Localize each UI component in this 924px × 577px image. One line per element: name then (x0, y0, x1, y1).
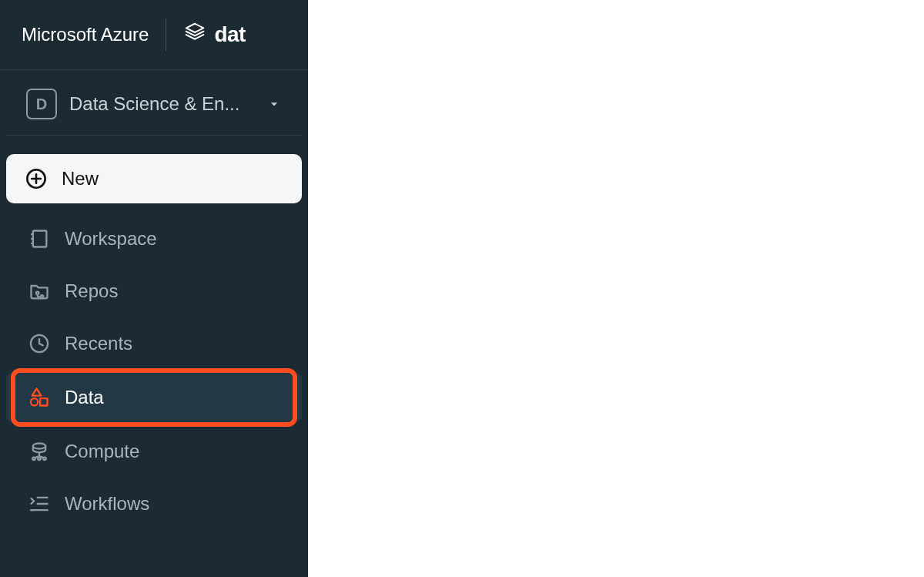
brand: dat (183, 21, 246, 49)
persona-label: Data Science & En... (69, 93, 254, 115)
svg-marker-10 (32, 388, 42, 395)
plus-circle-icon (25, 168, 48, 190)
nav-item-label: Compute (65, 441, 139, 462)
nav-item-label: Workspace (65, 228, 157, 250)
sidebar-item-workflows[interactable]: Workflows (6, 479, 302, 528)
svg-point-16 (38, 458, 41, 461)
persona-badge-icon: D (26, 89, 57, 119)
header: Microsoft Azure dat (0, 0, 308, 70)
clock-icon (28, 333, 51, 354)
highlight-ring (11, 368, 297, 427)
nav-item-label: Data (65, 387, 104, 408)
nav-item-label: Repos (65, 280, 118, 302)
svg-line-18 (35, 457, 38, 458)
sidebar: Microsoft Azure dat D Data Science & En.… (0, 0, 308, 577)
persona-switcher[interactable]: D Data Science & En... (6, 70, 302, 136)
data-shapes-icon (28, 387, 51, 408)
sidebar-item-data[interactable]: Data (6, 373, 302, 422)
databricks-icon (183, 21, 206, 49)
sidebar-item-repos[interactable]: Repos (6, 267, 302, 316)
compute-icon (28, 441, 51, 462)
workspace-icon (28, 228, 51, 250)
svg-rect-12 (40, 398, 47, 405)
svg-line-19 (41, 457, 44, 458)
sidebar-item-compute[interactable]: Compute (6, 427, 302, 476)
sidebar-item-recents[interactable]: Recents (6, 319, 302, 368)
new-button[interactable]: New (6, 154, 302, 203)
nav-item-label: Workflows (65, 493, 149, 515)
nav-item-label: New (62, 168, 99, 190)
brand-label: dat (214, 22, 246, 47)
svg-point-11 (31, 398, 38, 405)
divider (166, 18, 166, 51)
azure-label: Microsoft Azure (22, 24, 149, 45)
svg-point-13 (33, 444, 45, 449)
nav-item-label: Recents (65, 333, 132, 354)
workflows-icon (28, 493, 51, 515)
chevron-down-icon (266, 96, 282, 112)
repos-icon (28, 280, 51, 302)
sidebar-item-workspace[interactable]: Workspace (6, 214, 302, 263)
nav: New Workspace (0, 136, 308, 528)
svg-rect-3 (33, 231, 47, 247)
